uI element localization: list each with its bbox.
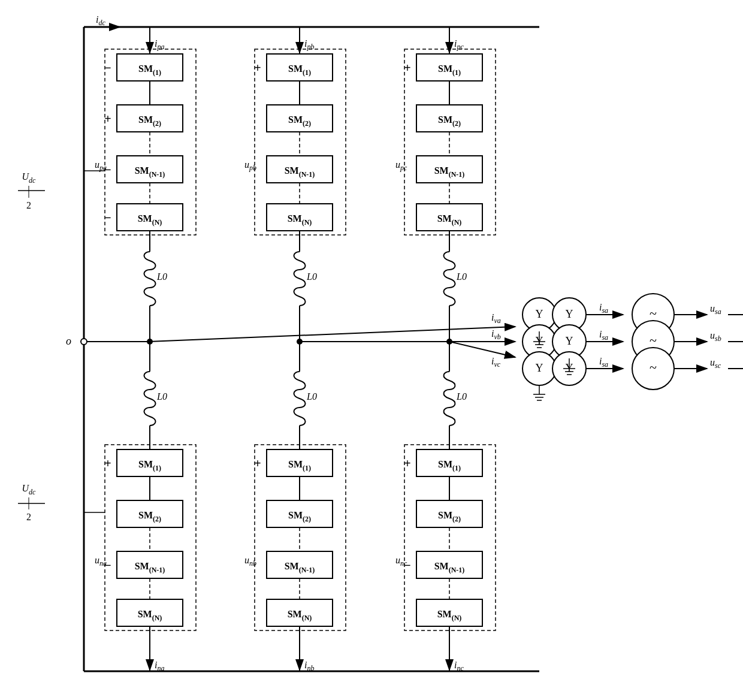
plus-a-bot: + [104, 457, 111, 470]
usb-label: usb [710, 330, 721, 343]
sm-an1-top [117, 156, 183, 183]
isa-label-c: isa [599, 356, 608, 369]
plus-c-bot: + [404, 457, 410, 470]
minus-cn1-bot: − [404, 559, 410, 572]
minus-an-a: − [104, 211, 111, 224]
sm-cn1-top [416, 156, 482, 183]
iva-label: iva [491, 312, 501, 325]
udc2-bot-div: 2 [26, 512, 31, 522]
idc-label: idc [96, 14, 105, 27]
sm-bn1-bot [267, 551, 333, 578]
inductor-b-bot [294, 372, 306, 426]
udc2-top-div: 2 [26, 200, 31, 210]
inductor-c-bot [444, 372, 455, 426]
o-label: o [66, 335, 71, 347]
usc-label: usc [710, 357, 721, 370]
ac-symbol-a: ~ [650, 306, 657, 321]
y-a-secondary: Y [566, 308, 573, 320]
diagram-container: idc ipa SM(1) − SM(2) + upa SM(N-1) − SM… [0, 0, 743, 700]
inductor-c-top [444, 252, 455, 306]
udc2-bot-label: Udc [22, 483, 37, 496]
l0-c-top: L0 [456, 271, 467, 282]
l0-a-top: L0 [156, 271, 167, 282]
minus-a1: − [104, 61, 111, 74]
sm-bn1-top [267, 156, 333, 183]
isa-label-a: isa [599, 302, 608, 315]
minus-an1-a-bot: − [104, 559, 111, 572]
ivb-label: ivb [491, 328, 501, 341]
o-terminal [81, 339, 87, 345]
inductor-a-top [144, 252, 156, 306]
sm-cn1-bot [416, 551, 482, 578]
sm-an1-bot [117, 551, 183, 578]
svg-line-54 [150, 327, 515, 342]
inductor-a-bot [144, 372, 156, 426]
ac-symbol-c: ~ [650, 360, 657, 375]
usa-label: usa [710, 303, 721, 316]
isa-label-b: isa [599, 329, 608, 342]
inductor-b-top [294, 252, 306, 306]
ivc-label: ivc [491, 356, 501, 369]
y-c-primary: Y [536, 362, 543, 374]
minus-an1-a: − [104, 163, 111, 176]
svg-line-56 [449, 342, 515, 357]
l0-c-bot: L0 [456, 391, 467, 402]
upc-label: upc [395, 159, 407, 172]
plus-b-bot: + [254, 457, 261, 470]
plus-c1-top: + [404, 61, 410, 74]
l0-a-bot: L0 [156, 391, 167, 402]
y-a-primary: Y [536, 308, 543, 320]
l0-b-bot: L0 [306, 391, 317, 402]
ac-symbol-b: ~ [650, 333, 657, 348]
l0-b-top: L0 [306, 271, 317, 282]
plus-a-top: + [104, 112, 111, 125]
udc2-top-label: Udc [22, 171, 37, 185]
y-b-secondary: Y [566, 335, 573, 347]
plus-b1-top: + [254, 61, 261, 74]
